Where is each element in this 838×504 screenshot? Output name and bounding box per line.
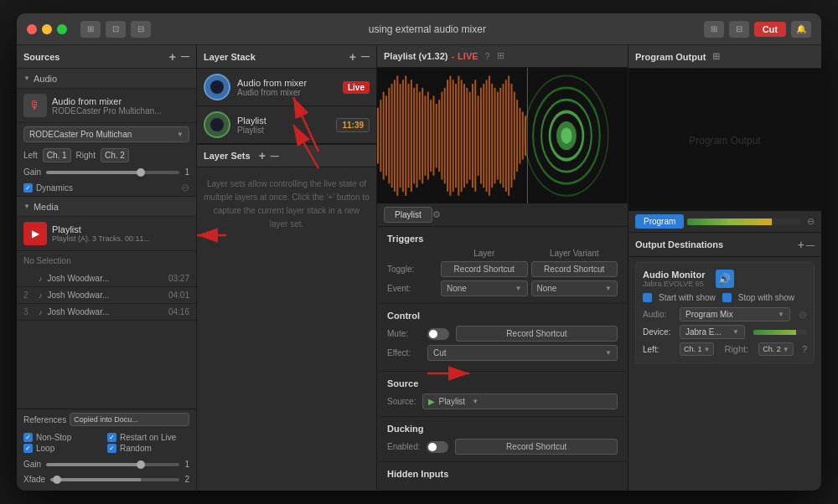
svg-point-42 (561, 127, 572, 143)
list-view-button[interactable]: ⊟ (729, 21, 749, 38)
xfade-slider[interactable] (50, 478, 179, 481)
svg-rect-54 (508, 75, 510, 195)
right-channel-select[interactable]: Ch. 2 (101, 148, 129, 162)
device-chevron-icon: ▼ (177, 131, 184, 138)
ducking-shortcut-button[interactable]: Record Shortcut (455, 439, 618, 455)
track-name: Josh Woodwar... (48, 274, 163, 283)
random-checkbox[interactable]: ✓ (107, 444, 116, 453)
cut-live-button[interactable]: Cut (754, 22, 786, 37)
svg-rect-20 (430, 100, 432, 172)
audio-monitor-speaker-icon[interactable]: 🔊 (716, 270, 734, 288)
layer-sets-add-button[interactable]: + (257, 149, 267, 162)
maximize-button[interactable] (57, 24, 67, 34)
triggers-title: Triggers (387, 234, 618, 244)
non-stop-checkbox[interactable]: ✓ (23, 433, 33, 442)
sources-add-button[interactable]: + (168, 50, 178, 64)
playlist-panel-title: Playlist (v1.32) (384, 51, 447, 61)
program-tab[interactable]: Program (635, 214, 684, 229)
restart-live-label: Restart on Live (120, 433, 176, 442)
event-none-select[interactable]: None ▼ (441, 280, 528, 296)
stop-show-checkbox[interactable] (722, 293, 732, 302)
track-item[interactable]: 3 ♪ Josh Woodwar... 04:16 (17, 304, 196, 321)
layer-stack-collapse-button[interactable]: — (361, 52, 370, 61)
device-volume-slider[interactable] (753, 330, 807, 335)
playlist-source-sub: Playlist (A). 3 Tracks. 00:11... (52, 234, 189, 243)
device-select-am[interactable]: Jabra E... ▼ (680, 325, 745, 339)
audio-select[interactable]: Program Mix ▼ (680, 307, 790, 321)
audio-monitor-sub: Jabra EVOLVE 65 (643, 280, 706, 288)
audio-monitor-header: Audio Monitor Jabra EVOLVE 65 🔊 (643, 270, 807, 288)
start-show-checkbox[interactable] (643, 293, 652, 302)
track-item[interactable]: 2 ♪ Josh Woodwar... 04:01 (17, 287, 196, 304)
close-button[interactable] (27, 24, 37, 34)
program-expand-icon[interactable]: ⊞ (712, 51, 720, 62)
left-channel-select[interactable]: Ch. 1 (43, 148, 71, 162)
toggle-shortcut-2-button[interactable]: Record Shortcut (531, 261, 618, 277)
layer-stack-add-button[interactable]: + (348, 50, 358, 64)
svg-rect-57 (516, 100, 518, 172)
right-ch-label: Right: (724, 344, 748, 354)
layer-sets-collapse-button[interactable]: — (271, 152, 279, 161)
ducking-toggle[interactable] (427, 441, 448, 453)
minimize-button[interactable] (42, 24, 52, 34)
event-none-2-select[interactable]: None ▼ (531, 280, 618, 296)
grid-view-button[interactable]: ⊞ (704, 21, 724, 38)
hidden-inputs-section: Hidden Inputs (377, 462, 628, 491)
track-time: 04:01 (168, 291, 189, 300)
refs-select[interactable]: Copied into Docu... (70, 413, 189, 426)
main-content: Sources + — ▼ Audio 🎙 Audio from mixer R… (17, 45, 821, 491)
playlist-settings-icon[interactable]: ⚙ (432, 209, 441, 220)
right-ch-select[interactable]: Ch. 2 ▼ (758, 342, 793, 356)
channel-select-row: Left: Ch. 1 ▼ Right: Ch. 2 ▼ ? (643, 342, 807, 356)
output-dest-title: Output Destinations (635, 239, 796, 249)
restart-live-checkbox[interactable]: ✓ (107, 433, 116, 442)
gain-slider[interactable] (46, 171, 179, 174)
program-output-display: Program Output (628, 69, 821, 211)
layer-item-playlist[interactable]: Playlist Playlist 11:39 (197, 106, 376, 144)
layer-stack-title: Layer Stack (204, 52, 256, 62)
mute-shortcut-button[interactable]: Record Shortcut (456, 326, 618, 342)
playlist-source-item[interactable]: ▶ Playlist Playlist (A). 3 Tracks. 00:11… (17, 217, 196, 251)
output-dest-add-button[interactable]: + (796, 238, 806, 251)
source-playlist-select[interactable]: ▶ Playlist ▼ (422, 393, 618, 409)
sources-title: Sources (23, 52, 59, 62)
toggle-shortcut-button[interactable]: Record Shortcut (441, 261, 528, 277)
effect-select[interactable]: Cut ▼ (427, 345, 618, 361)
dynamics-checkbox[interactable]: ✓ (23, 183, 33, 193)
playlist-expand-icon[interactable]: ⊞ (497, 50, 504, 61)
audio-mixer-icon: 🎙 (23, 94, 47, 117)
output-dest-collapse-button[interactable]: — (806, 240, 815, 249)
device-label: Device: (643, 327, 675, 337)
svg-rect-51 (499, 88, 501, 184)
device-select[interactable]: RODECaster Pro Multichan ▼ (23, 126, 189, 142)
source-audio-mixer[interactable]: 🎙 Audio from mixer RODECaster Pro Multic… (17, 89, 196, 123)
playlist-tab[interactable]: Playlist (384, 207, 432, 223)
playlist-help-icon[interactable]: ? (485, 51, 490, 61)
live-tag: - (451, 51, 454, 61)
mute-row: Mute: Record Shortcut (387, 326, 618, 342)
source-play-icon: ▶ (428, 397, 435, 406)
mute-toggle-knob (429, 330, 437, 338)
sidebar-toggle-button[interactable]: ⊞ (80, 21, 101, 38)
audio-row: Audio: Program Mix ▼ ⊖ (643, 307, 807, 321)
playlist-tab-row: Playlist ⚙ (377, 203, 628, 227)
view-toggle-button[interactable]: ⊡ (106, 21, 126, 38)
notifications-button[interactable]: 🔔 (791, 21, 811, 38)
sources-collapse-button[interactable]: — (181, 52, 189, 61)
left-ch-label: Left: (643, 345, 675, 354)
source-chevron-icon: ▼ (472, 398, 478, 405)
layer-item-audio-mixer[interactable]: Audio from mixer Audio from mixer Live (197, 69, 376, 106)
left-ch-select[interactable]: Ch. 1 ▼ (680, 342, 714, 356)
svg-rect-29 (455, 84, 457, 188)
layer-col-header: Layer (441, 249, 528, 258)
playlist-source-icon: ▶ (23, 222, 47, 245)
ducking-toggle-knob (428, 443, 437, 451)
waveform-area (377, 68, 628, 203)
dynamics-row: ✓ Dynamics ⊖ (17, 179, 196, 196)
svg-rect-26 (447, 80, 448, 192)
track-item[interactable]: ♪ Josh Woodwar... 03:27 (17, 270, 196, 287)
layout-button[interactable]: ⊟ (131, 21, 151, 38)
gain-slider-2[interactable] (46, 463, 179, 466)
loop-checkbox[interactable]: ✓ (23, 444, 33, 453)
mute-toggle[interactable] (427, 328, 449, 340)
